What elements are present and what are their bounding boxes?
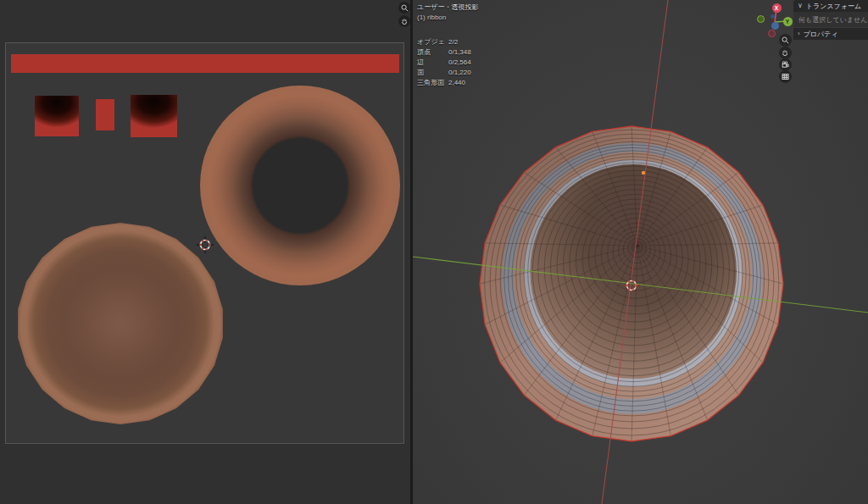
hand-icon [401,18,409,25]
gizmo-y-ball[interactable]: Y [783,17,793,26]
object-origin-dot [642,171,645,174]
viewport-camera-button[interactable] [779,58,792,71]
viewport-ortho-button[interactable] [779,70,792,83]
active-object-label: (1) ribbon [417,13,478,23]
uv-texture-image[interactable] [5,42,404,444]
magnifier-icon [782,36,789,44]
properties-panel-label: プロパティ [804,30,838,39]
stat-edges: 辺 0/2,564 [417,58,478,68]
properties-panel-header[interactable]: › プロパティ [793,28,868,40]
gizmo-x-neg-ball[interactable] [768,30,776,37]
stat-verts: 頂点 0/1,348 [417,47,478,58]
stat-tris: 三角形面 2,440 [417,78,478,88]
viewport-zoom-button[interactable] [779,34,792,47]
chevron-down-icon: ∨ [798,3,803,9]
gizmo-x-ball[interactable]: X [772,3,782,13]
magnifier-icon [401,4,409,12]
chevron-right-icon: › [798,30,800,37]
scene-stats: オブジェクト 2/2 頂点 0/1,348 辺 0/2,564 面 0/1,22… [417,37,478,88]
gizmo-y-neg-ball[interactable] [757,15,765,23]
donut-mesh [413,0,868,504]
gizmo-z-neg-ball[interactable] [771,14,775,19]
stat-objects: オブジェクト 2/2 [417,37,478,47]
stat-faces: 面 0/1,220 [417,68,478,78]
transform-panel-label: トランスフォーム [806,2,861,11]
uv-pan-button[interactable] [398,15,410,27]
uv-image-editor[interactable] [0,0,410,504]
grid-icon [782,73,789,80]
transform-panel-body: 何も選択していません [793,12,868,27]
hand-icon [782,49,789,57]
view-mode-label: ユーザー・透視投影 [417,3,478,13]
uv-zoom-button[interactable] [398,2,410,14]
texture-donut-shapes [6,43,405,445]
nothing-selected-message: 何も選択していません [798,15,867,25]
viewport-pan-button[interactable] [779,47,792,59]
transform-panel-header[interactable]: ∨ トランスフォーム [793,0,868,12]
gizmo-z-ball[interactable] [771,22,779,30]
viewport-overlay-text: ユーザー・透視投影 (1) ribbon オブジェクト 2/2 頂点 0/1,3… [417,3,478,88]
camera-icon [782,61,789,69]
3d-viewport[interactable]: ユーザー・透視投影 (1) ribbon オブジェクト 2/2 頂点 0/1,3… [413,0,868,504]
blender-window: ユーザー・透視投影 (1) ribbon オブジェクト 2/2 頂点 0/1,3… [0,0,868,504]
sidebar-panel: ∨ トランスフォーム 何も選択していません › プロパティ [793,0,868,40]
